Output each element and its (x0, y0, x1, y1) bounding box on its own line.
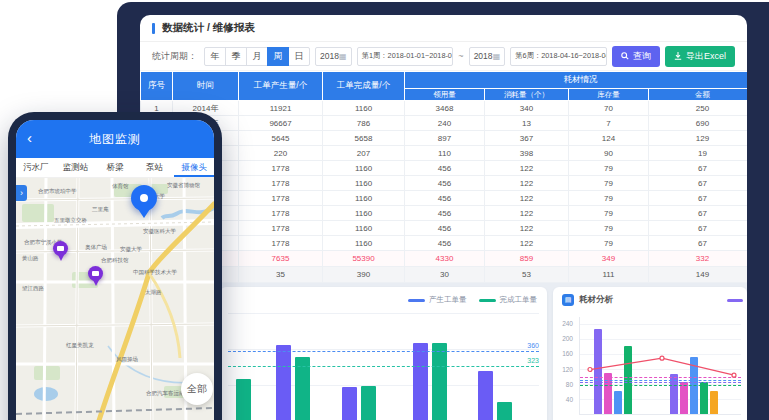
table-row: 7第3周177811604561227967 (141, 191, 748, 206)
table-row: 8第4周177811604561227967 (141, 206, 748, 221)
selected-camera-pin[interactable] (131, 185, 157, 211)
report-table: 序号时间工单产生量/个工单完成量/个耗材情况领用量消耗量（个）库存量金额 120… (140, 71, 747, 283)
y-tick-label: 200 (562, 335, 573, 342)
period-option-年[interactable]: 年 (204, 47, 226, 66)
table-cell: 1160 (323, 206, 405, 221)
map-poi-label: 红星美凯龙 (66, 342, 94, 349)
period-option-周[interactable]: 周 (267, 47, 289, 66)
reference-line-label: 360 (527, 342, 539, 349)
all-filter-button[interactable]: 全部 (181, 373, 213, 405)
average-row-cell: 53 (485, 267, 569, 283)
total-row-cell: 55390 (323, 251, 405, 267)
average-row-cell: 30 (405, 267, 485, 283)
column-header: 工单产生量/个 (239, 72, 323, 101)
sub-column-header: 金额 (649, 89, 748, 101)
range-separator: ~ (458, 51, 463, 61)
workorders-plot: 360323 (228, 313, 539, 420)
tab-监测站[interactable]: 监测站 (56, 158, 96, 177)
y-tick-label: 240 (562, 320, 573, 327)
map-expand-button[interactable]: › (16, 185, 27, 201)
table-row: 22015年96667786240137690 (141, 116, 748, 131)
tab-桥梁[interactable]: 桥梁 (95, 158, 135, 177)
table-cell: 67 (649, 191, 748, 206)
start-week-value: 第1周：2018-01-01~2018-01-07 (362, 51, 454, 61)
reference-line: 323 (228, 366, 539, 367)
average-row-cell: 35 (239, 267, 323, 283)
bar-产生工单量 (478, 371, 493, 420)
table-cell: 19 (649, 146, 748, 161)
period-option-季[interactable]: 季 (225, 47, 247, 66)
table-cell: 1778 (239, 206, 323, 221)
tab-摄像头[interactable]: 摄像头 (174, 158, 214, 177)
camera-pin[interactable] (53, 241, 68, 256)
column-header: 序号 (141, 72, 173, 101)
table-cell: 220 (239, 146, 323, 161)
end-week-field[interactable]: 第6周：2018-04-16~2018-04-22 (510, 47, 607, 66)
total-row-cell: 349 (569, 251, 649, 267)
average-row-cell: 111 (569, 267, 649, 283)
table-cell: 240 (405, 116, 485, 131)
period-label: 统计周期： (152, 50, 197, 63)
map-poi-label: 体育馆 (112, 183, 129, 190)
calendar-icon: ▦ (493, 52, 501, 61)
tab-泵站[interactable]: 泵站 (135, 158, 175, 177)
period-option-月[interactable]: 月 (246, 47, 268, 66)
period-segmented-control: 年季月周日 (204, 47, 310, 66)
chart-icon: ▤ (562, 294, 574, 306)
query-button[interactable]: 查询 (612, 46, 660, 67)
map-poi-label: 奥体广场 (85, 244, 107, 251)
table-cell: 79 (569, 221, 649, 236)
table-cell: 110 (405, 146, 485, 161)
column-header: 工单完成量/个 (323, 72, 405, 101)
table-cell: 7 (569, 116, 649, 131)
start-week-field[interactable]: 第1周：2018-01-01~2018-01-07 (357, 47, 454, 66)
total-row-cell: 859 (485, 251, 569, 267)
phone-page-title: 地图监测 (89, 131, 141, 148)
download-icon (674, 52, 682, 60)
sub-column-header: 库存量 (569, 89, 649, 101)
table-cell: 398 (485, 146, 569, 161)
table-cell: 96667 (239, 116, 323, 131)
map-poi-label: 安徽大学 (120, 246, 142, 253)
query-button-label: 查询 (633, 50, 651, 63)
total-row-cell: 7635 (239, 251, 323, 267)
map-poi-label: 五里墩立交桥 (54, 217, 87, 224)
consumables-chart-title: 耗材分析 (579, 294, 613, 306)
map-canvas[interactable]: › 合肥市琥珀中学体育馆安徽农业大学安徽省博物馆三里庵五里墩立交桥安徽医科大学合… (16, 178, 214, 420)
export-excel-button[interactable]: 导出Excel (665, 46, 735, 67)
table-cell: 79 (569, 206, 649, 221)
bar-完成工单量 (236, 379, 251, 420)
table-cell: 1778 (239, 221, 323, 236)
calendar-icon: ▦ (339, 52, 347, 61)
table-row: 6第2周177811604561227967 (141, 176, 748, 191)
table-cell: 90 (569, 146, 649, 161)
bar-完成工单量 (432, 343, 447, 420)
table-cell: 1160 (323, 191, 405, 206)
back-icon[interactable]: ‹ (27, 129, 32, 147)
period-option-日[interactable]: 日 (288, 47, 310, 66)
breadcrumb-text: 数据统计 / 维修报表 (162, 21, 255, 35)
start-year-select[interactable]: 2018 ▦ (315, 47, 352, 66)
tab-污水厂[interactable]: 污水厂 (16, 158, 56, 177)
table-cell: 67 (649, 206, 748, 221)
filter-bar: 统计周期： 年季月周日 2018 ▦ 第1周：2018-01-01~2018-0… (140, 42, 747, 71)
table-cell: 13 (485, 116, 569, 131)
bar-完成工单量 (497, 402, 512, 420)
camera-pin[interactable] (88, 266, 103, 281)
phone-mockup-frame: ‹ 地图监测 污水厂监测站桥梁泵站摄像头 (8, 112, 222, 420)
phone-tab-bar: 污水厂监测站桥梁泵站摄像头 (16, 158, 214, 178)
table-cell: 67 (649, 176, 748, 191)
table-cell: 122 (485, 221, 569, 236)
end-year-select[interactable]: 2018 ▦ (469, 47, 506, 66)
table-cell: 3468 (405, 101, 485, 116)
table-cell: 129 (649, 131, 748, 146)
table-cell: 67 (649, 236, 748, 251)
table-cell: 79 (569, 191, 649, 206)
table-cell: 122 (485, 176, 569, 191)
map-poi-label: 安徽省博物馆 (167, 182, 200, 189)
group-header-consumables: 耗材情况 (405, 72, 748, 89)
table-cell: 456 (405, 206, 485, 221)
table-cell: 456 (405, 221, 485, 236)
map-poi-label: 望江西路 (22, 285, 44, 292)
table-cell: 250 (649, 101, 748, 116)
